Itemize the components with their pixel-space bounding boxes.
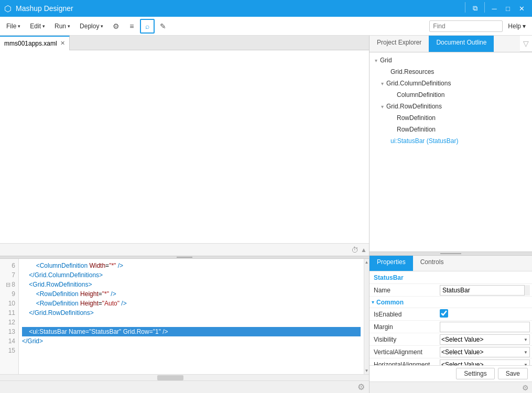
title-bar-separator	[465, 2, 465, 13]
filter-icon[interactable]: ▽	[523, 39, 529, 48]
pen-icon-button[interactable]: ✎	[156, 19, 170, 34]
h-scrollbar[interactable]	[0, 374, 369, 380]
tree-item-row-def-2[interactable]: RowDefinition	[370, 124, 532, 135]
prop-checkbox-isenabled[interactable]	[440, 309, 448, 318]
code-line-9: <RowDefinition Height="*" />	[22, 289, 361, 299]
prop-value-visibility[interactable]: <Select Value> Visible Hidden Collapsed	[440, 334, 530, 345]
right-bottom-panel: Properties Controls StatusBar Name	[370, 256, 532, 393]
title-bar-title: Mashup Designer	[16, 4, 73, 13]
tab-document-outline[interactable]: Document Outline	[429, 36, 494, 52]
menu-bar: File ▾ Edit ▾ Run ▾ Deploy ▾ ⚙ ≡ ⌕ ✎ Hel…	[0, 17, 532, 36]
menu-edit[interactable]: Edit ▾	[26, 20, 49, 32]
tree-item-col-defs[interactable]: ▾ Grid.ColumnDefinitions	[370, 78, 532, 89]
code-editor-scrollbar[interactable]: ▲ ▼	[364, 259, 369, 374]
expand-icon[interactable]: ▲	[361, 246, 367, 254]
prop-row-visibility: Visibility <Select Value> Visible Hidden…	[370, 333, 532, 346]
prop-select-vertical-alignment[interactable]: <Select Value> Top Center Bottom Stretch	[440, 347, 530, 357]
right-top-panel: Project Explorer Document Outline ▽ ▾ Gr…	[370, 36, 532, 256]
tree-toggle-resources	[382, 69, 390, 75]
filter-icon-button[interactable]: ≡	[124, 19, 139, 34]
menu-run-arrow: ▾	[68, 24, 70, 29]
status-icon: ⚙	[357, 382, 365, 392]
tab-close-icon[interactable]: ✕	[60, 40, 65, 47]
menu-deploy[interactable]: Deploy ▾	[75, 20, 107, 32]
minimize-button[interactable]: ─	[488, 2, 501, 15]
right-panel-splitter[interactable]	[370, 252, 532, 256]
help-menu[interactable]: Help ▾	[504, 20, 530, 32]
bottom-status-bar: ⚙	[0, 380, 369, 393]
properties-list: Name ▾ Common IsEnabled	[370, 284, 532, 365]
tree-toggle-grid[interactable]: ▾	[372, 58, 380, 63]
prop-label-margin: Margin	[372, 323, 440, 331]
h-scrollbar-thumb[interactable]	[157, 375, 183, 380]
menu-file-arrow: ▾	[18, 24, 20, 29]
title-bar-separator2	[484, 2, 485, 13]
menu-file[interactable]: File ▾	[2, 20, 25, 32]
left-panel: mms001apps.xaml ✕ ⏱ ▲ 6 7 ⊟8	[0, 36, 370, 393]
scroll-down-icon[interactable]: ▼	[365, 368, 369, 373]
code-line-15	[22, 346, 361, 355]
title-bar: ⬡ Mashup Designer ⧉ ─ □ ✕	[0, 0, 532, 17]
search-icon-button[interactable]: ⌕	[140, 19, 155, 34]
tree-item-statusbar[interactable]: ui:StatusBar (StatusBar)	[370, 135, 532, 147]
tab-mms001[interactable]: mms001apps.xaml ✕	[0, 36, 70, 50]
code-line-13[interactable]: <ui:StatusBar Name="StatusBar" Grid.Row=…	[22, 327, 361, 336]
props-bottom-bar: ⚙	[370, 381, 532, 393]
code-content[interactable]: <ColumnDefinition Width="*" /> </Grid.Co…	[19, 259, 364, 374]
selected-element-title: StatusBar	[370, 271, 532, 284]
prop-row-margin: Margin	[370, 321, 532, 333]
app-icon: ⬡	[4, 4, 12, 14]
tab-label: mms001apps.xaml	[4, 40, 57, 47]
code-line-14: </Grid>	[22, 336, 361, 346]
settings-button[interactable]: Settings	[456, 368, 494, 379]
prop-input-margin[interactable]	[440, 322, 530, 332]
prop-label-isenabled: IsEnabled	[372, 311, 440, 318]
toolbar-icons: ⏱ ▲	[351, 246, 367, 254]
maximize-button[interactable]: □	[502, 2, 514, 15]
tree-item-resources[interactable]: Grid.Resources	[370, 66, 532, 78]
menu-run[interactable]: Run ▾	[50, 20, 74, 32]
collapse-marker[interactable]: ⊟	[6, 280, 10, 289]
tree-toggle-col-defs[interactable]: ▾	[378, 81, 386, 86]
section-toggle-common[interactable]: ▾	[372, 299, 374, 305]
tree-item-row-def-1[interactable]: RowDefinition	[370, 112, 532, 124]
prop-select-visibility[interactable]: <Select Value> Visible Hidden Collapsed	[440, 334, 530, 345]
design-area[interactable]	[0, 50, 369, 243]
prop-row-horizontal-alignment: HorizontalAlignment <Select Value> Left …	[370, 358, 532, 365]
prop-select-horizontal-alignment[interactable]: <Select Value> Left Center Right Stretch	[440, 359, 530, 366]
tab-properties[interactable]: Properties	[370, 256, 413, 271]
title-bar-controls: ⧉ ─ □ ✕	[463, 2, 528, 15]
close-button[interactable]: ✕	[515, 2, 528, 15]
prop-value-horizontal-alignment[interactable]: <Select Value> Left Center Right Stretch	[440, 359, 530, 366]
tab-project-explorer[interactable]: Project Explorer	[370, 36, 429, 52]
tree-item-col-def[interactable]: ColumnDefinition	[370, 89, 532, 101]
prop-value-margin[interactable]	[440, 322, 530, 332]
menu-deploy-arrow: ▾	[101, 24, 103, 29]
scroll-up-icon[interactable]: ▲	[365, 260, 369, 265]
splitter-handle-right	[440, 253, 461, 254]
prop-label-vertical-alignment: VerticalAlignment	[372, 348, 440, 356]
tree-toggle-row-defs[interactable]: ▾	[378, 104, 386, 110]
props-footer: Settings Save	[370, 365, 532, 381]
document-tree[interactable]: ▾ Grid Grid.Resources ▾ Grid.ColumnDefin…	[370, 52, 532, 252]
prop-row-vertical-alignment: VerticalAlignment <Select Value> Top Cen…	[370, 346, 532, 358]
code-line-6: <ColumnDefinition Width="*" />	[22, 261, 361, 270]
right-panel: Project Explorer Document Outline ▽ ▾ Gr…	[370, 36, 532, 393]
find-input[interactable]	[429, 20, 503, 32]
prop-value-vertical-alignment[interactable]: <Select Value> Top Center Bottom Stretch	[440, 347, 530, 357]
prop-value-isenabled[interactable]	[440, 309, 530, 319]
tab-bar: mms001apps.xaml ✕	[0, 36, 369, 50]
tree-item-grid[interactable]: ▾ Grid	[370, 54, 532, 66]
code-editor[interactable]: 6 7 ⊟8 9 10 11 12 13 14 15 <ColumnDefini…	[0, 259, 369, 374]
restore-button[interactable]: ⧉	[469, 2, 481, 15]
tree-item-row-defs[interactable]: ▾ Grid.RowDefinitions	[370, 101, 532, 112]
save-button[interactable]: Save	[498, 368, 528, 379]
prop-value-name[interactable]	[440, 285, 525, 296]
prop-label-horizontal-alignment: HorizontalAlignment	[372, 361, 440, 366]
prop-input-name[interactable]	[440, 285, 525, 296]
prop-label-visibility: Visibility	[372, 336, 440, 343]
gear-icon-button[interactable]: ⚙	[108, 19, 123, 34]
clock-icon: ⏱	[351, 246, 359, 254]
code-line-8: <Grid.RowDefinitions>	[22, 280, 361, 289]
tab-controls[interactable]: Controls	[413, 256, 451, 271]
